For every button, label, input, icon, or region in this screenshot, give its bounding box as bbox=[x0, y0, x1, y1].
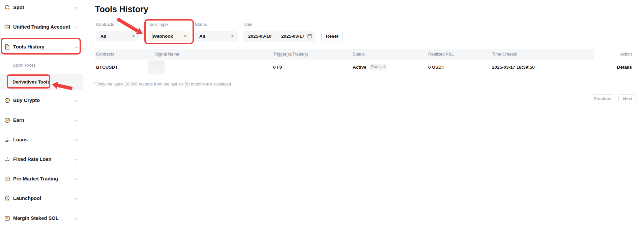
earn-icon bbox=[4, 117, 10, 123]
status-text: Active bbox=[353, 65, 367, 70]
unified-trading-account-icon bbox=[4, 24, 10, 30]
chevron-down-icon bbox=[75, 215, 78, 221]
sidebar-item-launchpool[interactable]: Launchpool bbox=[0, 191, 83, 206]
cell-realized-pnl: 0 USDT bbox=[428, 60, 444, 75]
status-filter-label: Status bbox=[195, 22, 207, 27]
sidebar-subitem-derivatives-tools[interactable]: Derivatives Tools bbox=[0, 74, 83, 89]
table-row: BTCUSDT 0 / 0 ActivePaused 0 USDT 2025-0… bbox=[95, 60, 641, 75]
next-page-label: Next bbox=[623, 97, 632, 101]
chevron-down-icon bbox=[75, 137, 78, 143]
chevron-up-icon bbox=[75, 44, 78, 50]
sidebar-item-label: Fixed Rate Loan bbox=[13, 157, 52, 162]
chevron-down-icon bbox=[75, 24, 78, 30]
column-header-triggers-trades: Trigger(s)/Trade(s) bbox=[273, 49, 308, 60]
chevron-down-icon bbox=[75, 176, 78, 182]
sidebar-subitem-label: Derivatives Tools bbox=[12, 79, 50, 84]
buy-crypto-icon bbox=[4, 98, 10, 103]
contracts-dropdown-value: All bbox=[100, 34, 106, 39]
chevron-down-icon bbox=[75, 117, 78, 123]
arrow-right-icon: → bbox=[274, 34, 279, 39]
date-range-picker[interactable]: 2025-03-10 → 2025-03-17 bbox=[243, 31, 315, 42]
action-column-divider bbox=[594, 49, 594, 75]
next-page-button[interactable]: Next bbox=[618, 94, 637, 103]
cell-status: ActivePaused bbox=[353, 60, 387, 75]
column-header-contracts: Contracts bbox=[96, 49, 114, 60]
sidebar-item-label: Launchpool bbox=[13, 196, 41, 201]
tools-history-table: Contracts Signal Name Trigger(s)/Trade(s… bbox=[95, 49, 641, 75]
sidebar-item-margin-staked-sol[interactable]: Margin Staked SOL bbox=[0, 211, 83, 226]
tools-type-dropdown[interactable]: Webhook bbox=[148, 31, 191, 41]
chevron-down-icon bbox=[184, 35, 186, 37]
fixed-rate-loan-icon bbox=[4, 157, 10, 162]
date-from-value: 2025-03-10 bbox=[248, 34, 271, 39]
launchpool-icon bbox=[4, 196, 10, 201]
sidebar-item-earn[interactable]: Earn bbox=[0, 113, 83, 128]
sidebar-item-fixed-rate-loan[interactable]: Fixed Rate Loan bbox=[0, 152, 83, 167]
chevron-down-icon bbox=[231, 35, 234, 37]
contracts-filter-label: Contracts bbox=[96, 22, 114, 27]
sidebar-item-label: Pre-Market Trading bbox=[13, 176, 58, 181]
loans-icon bbox=[4, 137, 10, 143]
sidebar-item-buy-crypto[interactable]: Buy Crypto bbox=[0, 93, 83, 108]
sidebar-item-label: Earn bbox=[13, 117, 24, 123]
table-header-row: Contracts Signal Name Trigger(s)/Trade(s… bbox=[95, 49, 641, 60]
column-header-action: Action bbox=[620, 49, 632, 60]
action-column-header-background bbox=[594, 49, 641, 60]
sidebar-subitem-label: Spot Tools bbox=[12, 63, 36, 68]
status-paused-badge: Paused bbox=[369, 64, 387, 70]
contracts-dropdown[interactable]: All bbox=[96, 31, 139, 41]
chevron-down-icon bbox=[132, 35, 135, 37]
sidebar-subitem-spot-tools[interactable]: Spot Tools bbox=[0, 58, 83, 72]
previous-page-button[interactable]: Previous bbox=[591, 94, 614, 103]
spot-icon bbox=[4, 5, 10, 10]
status-dropdown-value: All bbox=[199, 34, 205, 39]
cell-signal-name-redacted bbox=[148, 61, 165, 74]
tools-history-icon bbox=[4, 44, 10, 50]
margin-staked-sol-icon bbox=[4, 215, 10, 221]
chevron-down-icon bbox=[75, 97, 78, 103]
sidebar: Spot Unified Trading Account Tools Histo… bbox=[0, 0, 83, 238]
column-header-time-created: Time Created bbox=[492, 49, 517, 60]
sidebar-item-loans[interactable]: Loans bbox=[0, 132, 83, 147]
chevron-down-icon bbox=[75, 4, 78, 10]
tools-type-dropdown-value: Webhook bbox=[153, 34, 173, 39]
tools-history-page: Spot Unified Trading Account Tools Histo… bbox=[0, 0, 644, 238]
column-header-signal-name: Signal Name bbox=[155, 49, 179, 60]
reset-button[interactable]: Reset bbox=[321, 31, 343, 41]
sidebar-item-label: Spot bbox=[13, 5, 24, 10]
sidebar-item-label: Buy Crypto bbox=[13, 98, 40, 103]
sidebar-item-tools-history[interactable]: Tools History bbox=[0, 39, 83, 54]
cell-time-created: 2025-03-17 18:39:50 bbox=[492, 60, 535, 75]
sidebar-item-label: Margin Staked SOL bbox=[13, 215, 59, 221]
sidebar-item-label: Unified Trading Account bbox=[13, 24, 70, 30]
text-cursor bbox=[152, 34, 152, 39]
sidebar-item-label: Loans bbox=[13, 137, 28, 142]
previous-page-label: Previous bbox=[594, 97, 612, 101]
cell-triggers-trades: 0 / 0 bbox=[273, 60, 282, 75]
cell-contracts: BTCUSDT bbox=[96, 60, 118, 75]
chevron-down-icon bbox=[75, 195, 78, 201]
sidebar-item-unified-trading-account[interactable]: Unified Trading Account bbox=[0, 20, 83, 34]
records-footnote: * Only the latest 10,000 records from th… bbox=[94, 82, 232, 87]
sidebar-item-label: Tools History bbox=[13, 44, 45, 49]
sidebar-item-spot[interactable]: Spot bbox=[0, 0, 83, 15]
column-header-status: Status bbox=[353, 49, 364, 60]
page-title: Tools History bbox=[95, 4, 148, 14]
reset-button-label: Reset bbox=[326, 34, 339, 39]
tools-type-filter-label: Tools Type bbox=[148, 22, 168, 27]
details-link[interactable]: Details bbox=[617, 60, 632, 75]
date-to-value: 2025-03-17 bbox=[281, 34, 304, 39]
column-header-realized-pnl: Realized P&L bbox=[428, 49, 454, 60]
pre-market-trading-icon bbox=[4, 176, 10, 182]
date-filter-label: Date bbox=[243, 22, 252, 27]
sidebar-item-pre-market-trading[interactable]: Pre-Market Trading bbox=[0, 171, 83, 186]
calendar-icon bbox=[307, 34, 312, 39]
chevron-down-icon bbox=[75, 156, 78, 162]
status-dropdown[interactable]: All bbox=[195, 31, 238, 41]
